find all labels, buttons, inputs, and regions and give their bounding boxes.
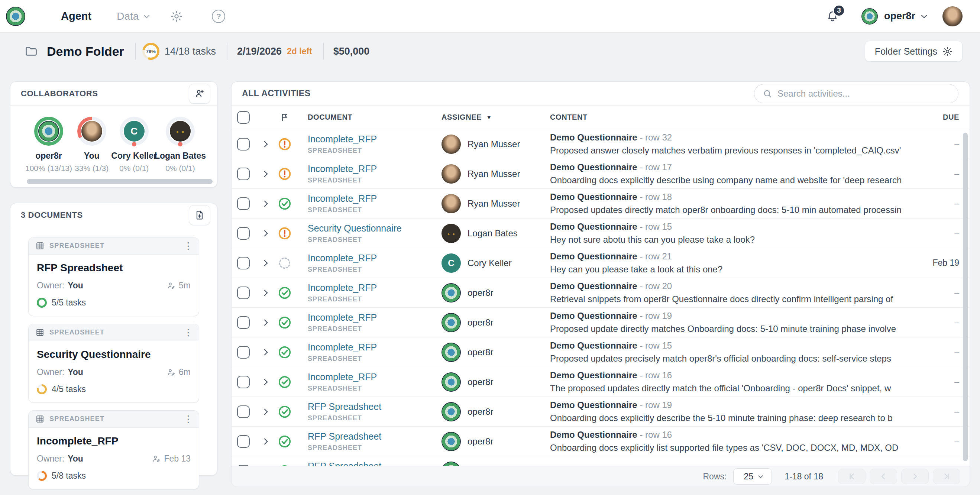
kebab-menu-icon[interactable]: ⋮ xyxy=(184,241,193,250)
expand-row-control[interactable] xyxy=(261,201,268,206)
next-page-button[interactable] xyxy=(901,469,929,484)
chevron-right-icon xyxy=(262,349,268,355)
column-header-document[interactable]: DOCUMENT xyxy=(308,113,442,121)
expand-row-control[interactable] xyxy=(261,231,268,236)
document-link[interactable]: Incomplete_RFP xyxy=(308,312,442,323)
document-link[interactable]: Incomplete_RFP xyxy=(308,282,442,293)
row-assignee-cell: oper8r xyxy=(442,372,542,392)
activity-row[interactable]: Incomplete_RFP SPREADSHEET oper8r Demo Q… xyxy=(232,278,970,308)
notifications-button[interactable]: 3 xyxy=(826,10,839,23)
expand-row-control[interactable] xyxy=(261,409,268,414)
row-status xyxy=(278,137,291,151)
activity-row[interactable]: Incomplete_RFP SPREADSHEET Ryan Musser D… xyxy=(232,189,970,218)
horizontal-scrollbar[interactable] xyxy=(27,179,213,184)
row-checkbox[interactable] xyxy=(237,227,250,240)
collaborator-item[interactable]: You 33% (1/3) xyxy=(72,117,111,173)
document-type-label: SPREADSHEET xyxy=(308,414,442,422)
document-link[interactable]: Incomplete_RFP xyxy=(308,342,442,353)
column-header-assignee[interactable]: ASSIGNEE ▼ xyxy=(442,113,542,121)
expand-row-control[interactable] xyxy=(261,350,268,355)
activity-row[interactable]: RFP Spreadsheet SPREADSHEET oper8r Demo … xyxy=(232,397,970,427)
collaborator-item[interactable]: C Cory Keller 0% (0/1) xyxy=(111,117,157,173)
document-card[interactable]: SPREADSHEET ⋮ Security Questionnaire Own… xyxy=(28,324,199,403)
add-collaborator-button[interactable] xyxy=(189,84,210,104)
vertical-scrollbar[interactable] xyxy=(963,133,968,461)
activity-row[interactable]: Incomplete_RFP SPREADSHEET C Cory Keller… xyxy=(232,248,970,278)
expand-row-control[interactable] xyxy=(261,380,268,384)
row-checkbox[interactable] xyxy=(237,197,250,210)
document-link[interactable]: RFP Spreadsheet xyxy=(308,431,442,442)
workspace-switcher[interactable]: oper8r xyxy=(861,8,925,24)
add-document-button[interactable] xyxy=(189,205,210,225)
document-link[interactable]: RFP Spreadsheet xyxy=(308,401,442,412)
assignee-avatar xyxy=(442,432,461,451)
column-header-due[interactable]: DUE xyxy=(922,113,959,121)
assignee-name: oper8r xyxy=(468,407,493,417)
owner-value: You xyxy=(68,280,83,291)
collaborator-item[interactable]: oper8r 100% (13/13) xyxy=(25,117,72,173)
rows-per-page-select[interactable]: 25 xyxy=(733,468,772,485)
folder-settings-button[interactable]: Folder Settings xyxy=(865,41,963,62)
previous-page-button[interactable] xyxy=(870,469,897,484)
expand-row-control[interactable] xyxy=(261,320,268,325)
document-card[interactable]: SPREADSHEET ⋮ Incomplete_RFP Owner: You … xyxy=(28,410,199,489)
row-checkbox[interactable] xyxy=(237,286,250,299)
assignee-name: oper8r xyxy=(468,466,493,466)
expand-row-control[interactable] xyxy=(261,172,268,176)
select-all-checkbox[interactable] xyxy=(237,111,250,124)
user-avatar[interactable] xyxy=(942,6,963,26)
document-card[interactable]: SPREADSHEET ⋮ RFP Spreadsheet Owner: You… xyxy=(28,237,199,316)
brand-logo-icon[interactable] xyxy=(6,7,25,26)
first-page-button[interactable] xyxy=(838,469,865,484)
row-checkbox[interactable] xyxy=(237,138,250,151)
kebab-menu-icon[interactable]: ⋮ xyxy=(184,328,193,337)
row-checkbox[interactable] xyxy=(237,465,250,466)
nav-item-agent[interactable]: Agent xyxy=(61,10,91,22)
search-input[interactable] xyxy=(778,88,950,99)
row-checkbox[interactable] xyxy=(237,316,250,329)
expand-row-control[interactable] xyxy=(261,261,268,265)
document-link[interactable]: Incomplete_RFP xyxy=(308,372,442,382)
expand-row-control[interactable] xyxy=(261,142,268,146)
expand-row-control[interactable] xyxy=(261,439,268,444)
progress-arc xyxy=(37,384,47,394)
kebab-menu-icon[interactable]: ⋮ xyxy=(184,414,193,423)
document-card-header: SPREADSHEET ⋮ xyxy=(29,237,199,255)
nav-item-data-menu[interactable]: Data xyxy=(117,10,148,22)
document-link[interactable]: Security Questionnaire xyxy=(308,223,442,234)
collaborator-item[interactable]: Logan Bates 0% (0/1) xyxy=(157,117,204,173)
activity-row[interactable]: Incomplete_RFP SPREADSHEET oper8r Demo Q… xyxy=(232,367,970,397)
row-checkbox[interactable] xyxy=(237,346,250,359)
document-link[interactable]: Incomplete_RFP xyxy=(308,134,442,145)
flag-column-header[interactable] xyxy=(278,112,291,122)
expand-row-control[interactable] xyxy=(261,291,268,295)
activity-row[interactable]: Incomplete_RFP SPREADSHEET Ryan Musser D… xyxy=(232,159,970,189)
document-link[interactable]: Incomplete_RFP xyxy=(308,164,442,174)
tasks-progress-ring xyxy=(37,384,47,394)
document-link[interactable]: Incomplete_RFP xyxy=(308,253,442,263)
activity-row[interactable]: Incomplete_RFP SPREADSHEET oper8r Demo Q… xyxy=(232,308,970,337)
last-page-button[interactable] xyxy=(933,469,960,484)
collaborator-progress-ring: C xyxy=(120,117,149,146)
row-checkbox[interactable] xyxy=(237,168,250,180)
pagination-controls xyxy=(838,469,960,484)
row-checkbox[interactable] xyxy=(237,406,250,418)
row-checkbox[interactable] xyxy=(237,257,250,269)
activity-row[interactable]: Security Questionnaire SPREADSHEET Logan… xyxy=(232,218,970,248)
avatar xyxy=(81,121,102,142)
activity-row[interactable]: RFP Spreadsheet SPREADSHEET oper8r Demo … xyxy=(232,427,970,456)
activity-row[interactable]: RFP Spreadsheet SPREADSHEET oper8r Demo … xyxy=(232,456,970,466)
document-link[interactable]: RFP Spreadsheet xyxy=(308,461,442,466)
settings-gear-button[interactable] xyxy=(170,10,183,23)
row-checkbox[interactable] xyxy=(237,435,250,448)
row-due-cell: – xyxy=(922,199,959,209)
activity-row[interactable]: Incomplete_RFP SPREADSHEET Ryan Musser D… xyxy=(232,129,970,159)
row-status xyxy=(278,375,291,389)
column-header-content[interactable]: CONTENT xyxy=(550,113,922,121)
top-navigation-bar: Agent Data ? 3 oper8r xyxy=(0,0,980,33)
collaborator-progress-ring xyxy=(166,117,195,146)
row-checkbox[interactable] xyxy=(237,376,250,388)
document-link[interactable]: Incomplete_RFP xyxy=(308,193,442,204)
help-button[interactable]: ? xyxy=(212,10,225,23)
activity-row[interactable]: Incomplete_RFP SPREADSHEET oper8r Demo Q… xyxy=(232,337,970,367)
